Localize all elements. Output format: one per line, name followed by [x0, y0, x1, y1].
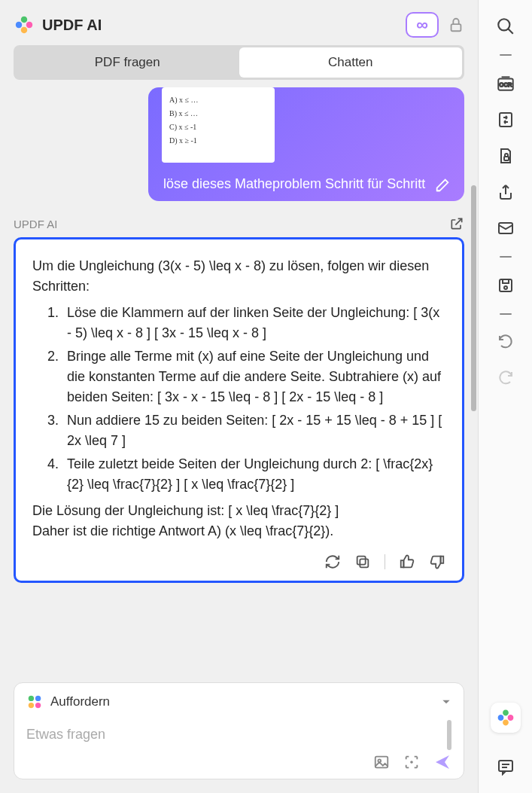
tab-chat[interactable]: Chatten	[239, 47, 463, 78]
ai-solution: Die Lösung der Ungleichung ist: [ x \leq…	[32, 501, 445, 521]
mail-icon[interactable]	[493, 215, 518, 241]
tab-pdf-ask[interactable]: PDF fragen	[16, 47, 239, 78]
ai-sender-label: UPDF AI	[14, 218, 57, 230]
chat-icon[interactable]	[493, 754, 518, 779]
apps-icon	[26, 694, 43, 710]
divider	[385, 554, 385, 569]
svg-rect-4	[441, 557, 444, 563]
ai-step: Nun addiere 15 zu beiden Seiten: [ 2x - …	[62, 410, 445, 451]
chevron-down-icon	[441, 697, 451, 707]
attachment-line: A) x ≤ …	[169, 93, 267, 107]
svg-point-12	[498, 19, 509, 30]
svg-rect-21	[499, 761, 512, 771]
svg-point-20	[504, 286, 507, 289]
svg-point-6	[35, 696, 41, 701]
chat-area: A) x ≤ … B) x ≤ … C) x ≤ -1 D) x ≥ -1 lö…	[0, 87, 478, 673]
ai-step: Bringe alle Terme mit (x) auf eine Seite…	[62, 346, 445, 407]
chat-input[interactable]	[26, 719, 447, 750]
share-icon[interactable]	[493, 179, 518, 205]
attachment-line: B) x ≤ …	[169, 107, 267, 120]
svg-rect-16	[504, 157, 509, 160]
svg-point-7	[29, 703, 34, 708]
save-icon[interactable]	[493, 273, 518, 298]
svg-rect-2	[357, 557, 366, 565]
app-logo-icon	[14, 14, 35, 35]
svg-rect-1	[360, 559, 368, 567]
updf-launcher-icon[interactable]	[491, 703, 521, 733]
svg-rect-19	[503, 279, 509, 283]
svg-rect-15	[500, 113, 512, 127]
svg-text:OCR: OCR	[499, 81, 512, 88]
user-message: A) x ≤ … B) x ≤ … C) x ≤ -1 D) x ≥ -1 lö…	[148, 87, 464, 201]
infinity-button[interactable]: ∞	[406, 12, 439, 38]
header: UPDF AI ∞	[0, 0, 478, 45]
attachment-line: C) x ≤ -1	[169, 120, 267, 134]
svg-rect-9	[375, 757, 388, 768]
user-message-text: löse dieses Matheproblem Schritt für Sch…	[148, 176, 464, 192]
lock-icon[interactable]	[448, 17, 464, 33]
ai-response: Um die Ungleichung (3(x - 5) \leq x - 8)…	[14, 237, 464, 583]
svg-point-11	[411, 761, 412, 763]
svg-rect-3	[401, 560, 404, 567]
external-link-icon[interactable]	[449, 216, 464, 231]
rail-divider	[500, 313, 512, 315]
undo-icon[interactable]	[493, 330, 518, 355]
rail-divider	[500, 54, 512, 56]
app-title: UPDF AI	[42, 17, 102, 34]
svg-point-8	[35, 703, 41, 708]
copy-icon[interactable]	[354, 554, 371, 570]
mode-tabs: PDF fragen Chatten	[14, 45, 464, 80]
ai-intro: Um die Ungleichung (3(x - 5) \leq x - 8)…	[32, 256, 445, 297]
ai-conclusion: Daher ist die richtige Antwort A) (x \le…	[32, 521, 445, 541]
right-rail: OCR	[478, 0, 532, 793]
ocr-icon[interactable]: OCR	[493, 71, 518, 96]
rail-divider	[500, 256, 512, 258]
redo-icon[interactable]	[493, 366, 518, 392]
convert-icon[interactable]	[493, 107, 518, 133]
attachment-line: D) x ≥ -1	[169, 134, 267, 148]
input-box: Auffordern	[14, 682, 464, 779]
ai-step: Teile zuletzt beide Seiten der Ungleichu…	[62, 454, 445, 495]
image-icon[interactable]	[373, 754, 390, 770]
svg-point-5	[29, 696, 34, 701]
thumbs-up-icon[interactable]	[399, 554, 415, 570]
send-icon[interactable]	[433, 753, 451, 771]
scrollbar-thumb[interactable]	[471, 185, 476, 411]
thumbs-down-icon[interactable]	[429, 554, 445, 570]
input-scrollbar[interactable]	[447, 720, 451, 750]
prompt-label: Auffordern	[50, 694, 110, 709]
svg-rect-0	[451, 24, 461, 31]
lock-file-icon[interactable]	[493, 143, 518, 169]
edit-icon[interactable]	[434, 177, 451, 194]
regenerate-icon[interactable]	[324, 554, 341, 570]
search-icon[interactable]	[493, 14, 518, 39]
crop-icon[interactable]	[403, 754, 420, 770]
prompt-selector[interactable]: Auffordern	[26, 694, 451, 710]
ai-step: Löse die Klammern auf der linken Seite d…	[62, 303, 445, 343]
attachment-preview[interactable]: A) x ≤ … B) x ≤ … C) x ≤ -1 D) x ≥ -1	[162, 87, 275, 163]
